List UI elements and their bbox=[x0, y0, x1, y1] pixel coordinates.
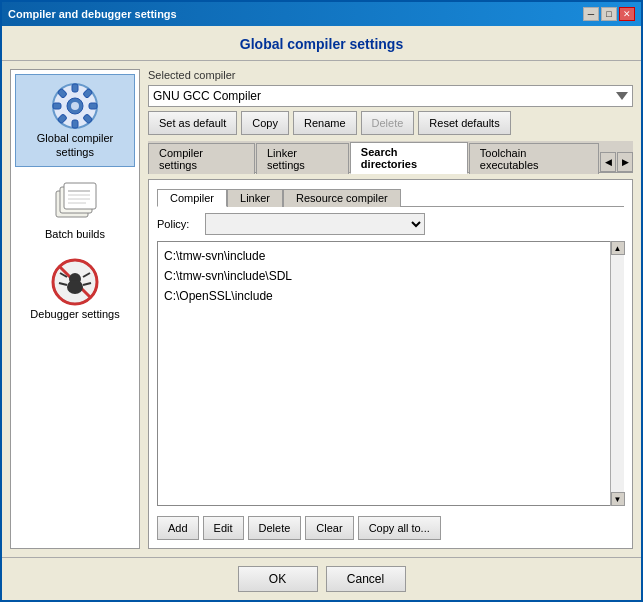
scroll-down-button[interactable]: ▼ bbox=[611, 492, 625, 506]
svg-point-2 bbox=[71, 102, 79, 110]
svg-rect-9 bbox=[53, 103, 61, 109]
sidebar-item-batch-builds[interactable]: Batch builds bbox=[15, 171, 135, 247]
scrollbar: ▲ ▼ bbox=[610, 241, 624, 506]
cancel-button[interactable]: Cancel bbox=[326, 566, 406, 592]
policy-select[interactable] bbox=[205, 213, 425, 235]
inner-tab-strip: Compiler Linker Resource compiler bbox=[157, 188, 624, 207]
svg-rect-7 bbox=[72, 120, 78, 128]
maximize-button[interactable] bbox=[601, 7, 617, 21]
window-content: Global compiler settings bbox=[2, 26, 641, 600]
title-bar: Compiler and debugger settings bbox=[2, 2, 641, 26]
list-item[interactable]: C:\OpenSSL\include bbox=[162, 286, 607, 306]
sidebar-item-global-compiler-label: Global compilersettings bbox=[37, 131, 113, 160]
tab-toolchain-executables[interactable]: Toolchain executables bbox=[469, 143, 599, 174]
compiler-select[interactable]: GNU GCC Compiler bbox=[148, 85, 633, 107]
tab-search-directories[interactable]: Search directories bbox=[350, 142, 468, 174]
tab-compiler-settings[interactable]: Compiler settings bbox=[148, 143, 255, 174]
sidebar-item-debugger-settings-label: Debugger settings bbox=[30, 307, 119, 321]
copy-all-to-button[interactable]: Copy all to... bbox=[358, 516, 441, 540]
edit-button[interactable]: Edit bbox=[203, 516, 244, 540]
minimize-button[interactable] bbox=[583, 7, 599, 21]
right-panel: Selected compiler GNU GCC Compiler Set a… bbox=[148, 69, 633, 549]
sidebar-item-batch-builds-label: Batch builds bbox=[45, 227, 105, 241]
copy-button[interactable]: Copy bbox=[241, 111, 289, 135]
svg-rect-5 bbox=[89, 103, 97, 109]
selected-compiler-label: Selected compiler bbox=[148, 69, 633, 81]
window-controls bbox=[583, 7, 635, 21]
tab-linker-settings[interactable]: Linker settings bbox=[256, 143, 349, 174]
main-window: Compiler and debugger settings Global co… bbox=[0, 0, 643, 602]
rename-button[interactable]: Rename bbox=[293, 111, 357, 135]
scroll-up-button[interactable]: ▲ bbox=[611, 241, 625, 255]
dir-list-container: C:\tmw-svn\include C:\tmw-svn\include\SD… bbox=[157, 241, 624, 506]
sidebar: Global compilersettings Batch builds bbox=[10, 69, 140, 549]
ok-button[interactable]: OK bbox=[238, 566, 318, 592]
policy-label: Policy: bbox=[157, 218, 197, 230]
close-button[interactable] bbox=[619, 7, 635, 21]
add-button[interactable]: Add bbox=[157, 516, 199, 540]
policy-row: Policy: bbox=[157, 213, 624, 235]
sidebar-item-global-compiler[interactable]: Global compilersettings bbox=[15, 74, 135, 167]
action-delete-button[interactable]: Delete bbox=[248, 516, 302, 540]
tab-nav-prev[interactable]: ◀ bbox=[600, 152, 616, 172]
reset-defaults-button[interactable]: Reset defaults bbox=[418, 111, 510, 135]
compiler-section: Selected compiler GNU GCC Compiler Set a… bbox=[148, 69, 633, 135]
svg-rect-3 bbox=[72, 84, 78, 92]
main-layout: Global compilersettings Batch builds bbox=[2, 61, 641, 557]
batch-builds-icon bbox=[50, 177, 100, 227]
list-item[interactable]: C:\tmw-svn\include bbox=[162, 246, 607, 266]
window-title: Compiler and debugger settings bbox=[8, 8, 177, 20]
dialog-title: Global compiler settings bbox=[2, 26, 641, 61]
inner-tab-compiler[interactable]: Compiler bbox=[157, 189, 227, 207]
sidebar-item-debugger-settings[interactable]: Debugger settings bbox=[15, 251, 135, 327]
directory-list[interactable]: C:\tmw-svn\include C:\tmw-svn\include\SD… bbox=[157, 241, 624, 506]
clear-button[interactable]: Clear bbox=[305, 516, 353, 540]
inner-tab-linker[interactable]: Linker bbox=[227, 189, 283, 207]
toolbar-btn-row: Set as default Copy Rename Delete Reset … bbox=[148, 111, 633, 135]
tab-panel-search-directories: Compiler Linker Resource compiler Policy… bbox=[148, 179, 633, 549]
svg-rect-13 bbox=[64, 183, 96, 209]
dialog-footer: OK Cancel bbox=[2, 557, 641, 600]
action-btn-row: Add Edit Delete Clear Copy all to... bbox=[157, 512, 624, 540]
tab-nav-next[interactable]: ▶ bbox=[617, 152, 633, 172]
debugger-icon bbox=[50, 257, 100, 307]
set-as-default-button[interactable]: Set as default bbox=[148, 111, 237, 135]
gear-icon bbox=[50, 81, 100, 131]
delete-button[interactable]: Delete bbox=[361, 111, 415, 135]
svg-point-22 bbox=[67, 280, 83, 294]
inner-tab-resource-compiler[interactable]: Resource compiler bbox=[283, 189, 401, 207]
main-tab-strip: Compiler settings Linker settings Search… bbox=[148, 141, 633, 173]
compiler-row: GNU GCC Compiler bbox=[148, 85, 633, 107]
list-item[interactable]: C:\tmw-svn\include\SDL bbox=[162, 266, 607, 286]
